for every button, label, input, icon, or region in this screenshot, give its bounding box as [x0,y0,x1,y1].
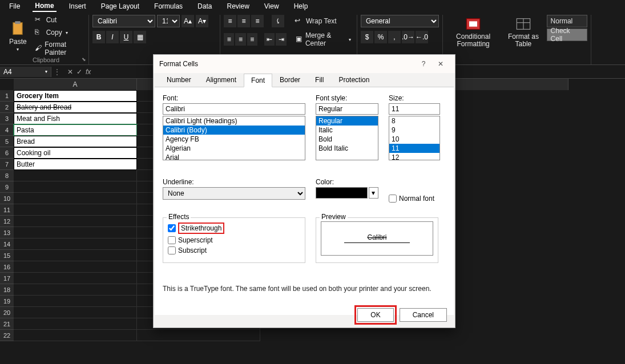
row-header-21[interactable]: 21 [0,318,14,330]
font-style-list[interactable]: Regular Italic Bold Bold Italic [316,116,378,160]
cell-A6[interactable]: Cooking oil [14,147,137,159]
format-painter-button[interactable]: 🖌Format Painter [33,40,85,57]
border-button[interactable]: ▦ [134,31,146,43]
cut-button[interactable]: ✂Cut [33,15,85,25]
menu-formulas[interactable]: Formulas [152,1,185,11]
menu-page-layout[interactable]: Page Layout [99,1,142,11]
row-header-19[interactable]: 19 [0,296,14,307]
menu-review[interactable]: Review [224,1,251,11]
cell-A19[interactable] [14,296,137,307]
row-header-8[interactable]: 8 [0,170,14,181]
align-bottom-button[interactable]: ≡ [251,15,264,27]
size-list[interactable]: 8 9 10 11 12 14 [389,116,440,160]
cell-A7[interactable]: Butter [14,159,137,170]
row-header-1[interactable]: 1 [0,90,14,102]
tab-number[interactable]: Number [159,73,199,87]
cell-style-normal[interactable]: Normal [547,15,587,27]
cell-A13[interactable] [14,227,137,238]
strikethrough-checkbox[interactable] [168,224,176,232]
cell-A18[interactable] [14,284,137,296]
color-swatch[interactable] [316,187,368,199]
menu-view[interactable]: View [262,1,281,11]
copy-button[interactable]: ⎘Copy▾ [33,27,85,38]
row-header-2[interactable]: 2 [0,102,14,113]
cell-A1[interactable]: Grocery Item [14,90,137,102]
cell-style-check[interactable]: Check Cell [547,29,587,41]
row-header-14[interactable]: 14 [0,238,14,250]
row-header-3[interactable]: 3 [0,113,14,124]
cell-A5[interactable]: Bread [14,136,137,147]
decrease-indent-button[interactable]: ⇤ [264,33,275,46]
row-header-10[interactable]: 10 [0,193,14,204]
dialog-help-button[interactable]: ? [415,60,432,68]
cell-A3[interactable]: Meat and Fish [14,113,137,124]
col-header-A[interactable]: A [14,79,137,90]
row-header-6[interactable]: 6 [0,147,14,159]
normal-font-checkbox[interactable] [389,195,397,203]
color-dropdown-icon[interactable]: ▾ [369,187,378,199]
superscript-checkbox[interactable] [168,236,176,244]
cell-A20[interactable] [14,307,137,318]
increase-font-button[interactable]: A▴ [182,15,194,27]
cell-A14[interactable] [14,238,137,250]
cell-B22[interactable] [137,330,260,341]
menu-data[interactable]: Data [195,1,214,11]
cell-A11[interactable] [14,204,137,216]
fx-icon[interactable]: fx [86,68,91,76]
cancel-formula-icon[interactable]: ✕ [67,68,73,76]
dialog-close-button[interactable]: ✕ [432,60,449,68]
menu-file[interactable]: File [7,1,22,11]
increase-indent-button[interactable]: ⇥ [276,33,286,46]
merge-center-button[interactable]: ▣Merge & Center▾ [293,31,353,48]
row-header-20[interactable]: 20 [0,307,14,318]
size-input[interactable] [389,103,440,115]
cell-A15[interactable] [14,250,137,261]
tab-fill[interactable]: Fill [308,73,331,87]
cell-A9[interactable] [14,181,137,193]
menu-home[interactable]: Home [33,1,56,12]
cell-A22[interactable] [14,330,137,341]
cell-A17[interactable] [14,273,137,284]
align-middle-button[interactable]: ≡ [237,15,250,27]
row-header-16[interactable]: 16 [0,261,14,273]
menu-insert[interactable]: Insert [67,1,88,11]
underline-button[interactable]: U [120,31,132,43]
row-header-13[interactable]: 13 [0,227,14,238]
cell-A12[interactable] [14,216,137,227]
enter-formula-icon[interactable]: ✓ [76,68,82,76]
row-header-22[interactable]: 22 [0,330,14,341]
align-center-button[interactable]: ≡ [235,33,245,46]
cancel-button[interactable]: Cancel [400,308,447,322]
font-list[interactable]: Calibri Light (Headings) Calibri (Body) … [163,116,305,160]
comma-button[interactable]: , [388,31,401,43]
tab-border[interactable]: Border [272,73,308,87]
ok-button[interactable]: OK [357,308,393,322]
row-header-4[interactable]: 4 [0,124,14,136]
row-header-7[interactable]: 7 [0,159,14,170]
accounting-format-button[interactable]: $ [361,31,373,43]
cell-A21[interactable] [14,318,137,330]
italic-button[interactable]: I [106,31,119,43]
font-size-select[interactable]: 11 [157,15,180,27]
cell-A2[interactable]: Bakery and Bread [14,102,137,113]
orientation-button[interactable]: ⤹ [272,15,284,27]
row-header-17[interactable]: 17 [0,273,14,284]
clipboard-launcher-icon[interactable]: ⬊ [82,56,86,62]
row-header-15[interactable]: 15 [0,250,14,261]
row-header-18[interactable]: 18 [0,284,14,296]
align-top-button[interactable]: ≡ [224,15,236,27]
align-left-button[interactable]: ≡ [224,33,234,46]
increase-decimal-button[interactable]: .0→ [402,31,414,43]
row-header-12[interactable]: 12 [0,216,14,227]
underline-select[interactable]: None [163,187,305,200]
decrease-font-button[interactable]: A▾ [196,15,208,27]
paste-button[interactable]: Paste ▾ [7,19,29,53]
cell-A4[interactable]: Pasta [14,124,137,136]
wrap-text-button[interactable]: ↩Wrap Text [292,16,339,26]
menu-help[interactable]: Help [292,1,311,11]
align-right-button[interactable]: ≡ [247,33,257,46]
row-header-11[interactable]: 11 [0,204,14,216]
tab-font[interactable]: Font [244,74,272,87]
format-as-table-button[interactable]: Format as Table [503,15,543,64]
cell-A8[interactable] [14,170,137,181]
